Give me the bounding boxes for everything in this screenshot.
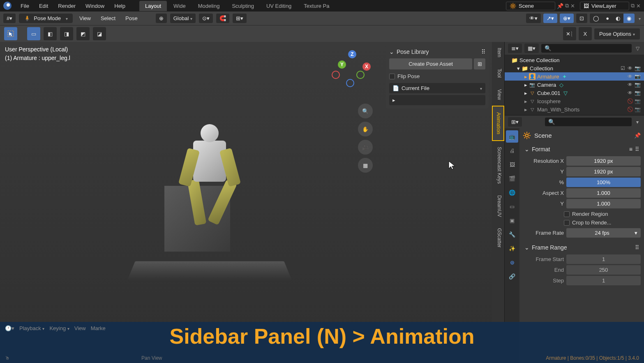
pan-icon[interactable]: ✋ bbox=[358, 122, 373, 136]
select-box-button[interactable]: ▭ bbox=[27, 27, 40, 40]
chevron-icon[interactable]: ▸ bbox=[524, 90, 527, 96]
axis-x-icon[interactable]: X bbox=[362, 62, 371, 71]
outliner-editor-icon[interactable]: ≣▾ bbox=[508, 44, 522, 53]
viewlayer-dropdown[interactable]: 🖼 ViewLayer bbox=[580, 2, 629, 10]
panel-options-icon[interactable]: ⠿ bbox=[635, 146, 639, 153]
camera-icon[interactable]: 📷 bbox=[634, 98, 641, 104]
xray-toggle[interactable]: ⊡ bbox=[576, 14, 587, 23]
3d-viewport[interactable]: User Perspective (Local) (1) Armature : … bbox=[0, 42, 492, 363]
select-tool-button[interactable] bbox=[4, 27, 17, 40]
camera-icon[interactable]: 📷 bbox=[634, 106, 641, 113]
tab-sculpting[interactable]: Sculpting bbox=[226, 1, 259, 11]
axis-z-icon[interactable]: Z bbox=[348, 50, 356, 58]
copy-icon[interactable]: ⧉ bbox=[565, 2, 569, 9]
outliner-item-camera[interactable]: ▸ 📷 Camera ◇ 👁 📷 bbox=[505, 81, 644, 89]
eye-icon[interactable]: 👁 bbox=[627, 90, 633, 96]
editor-type-icon[interactable]: #▾ bbox=[3, 14, 16, 23]
flip-pose-checkbox[interactable] bbox=[389, 74, 395, 79]
frame-end-field[interactable]: 250 bbox=[566, 265, 641, 275]
visibility-dropdown[interactable]: 👁▾ bbox=[526, 14, 541, 23]
sidebar-tab-dreamuv[interactable]: DreamUV bbox=[492, 190, 504, 223]
sidebar-tab-view[interactable]: View bbox=[492, 83, 504, 106]
frame-rate-dropdown[interactable]: 24 fps ▾ bbox=[566, 228, 641, 238]
timeline-menu-playback[interactable]: Playback ▾ bbox=[19, 325, 44, 331]
camera-icon[interactable]: 📷 bbox=[634, 81, 641, 88]
gizmo-toggle[interactable]: ↗▾ bbox=[543, 14, 557, 23]
sidebar-tab-screencast[interactable]: Screencast Keys bbox=[492, 141, 504, 190]
render-region-checkbox[interactable] bbox=[564, 211, 570, 217]
prop-tab-world[interactable]: 🌐 bbox=[506, 186, 518, 199]
shading-rendered[interactable]: ◉ bbox=[623, 14, 635, 23]
crop-checkbox[interactable] bbox=[564, 220, 570, 226]
sidebar-tab-gscatter[interactable]: GScatter bbox=[492, 222, 504, 253]
axis-neg-z-icon[interactable] bbox=[346, 79, 354, 87]
shading-solid[interactable]: ● bbox=[602, 14, 612, 23]
header-menu-view[interactable]: View bbox=[76, 14, 94, 23]
frame-start-field[interactable]: 1 bbox=[566, 254, 641, 264]
outliner-scene-collection[interactable]: 📁 Scene Collection bbox=[505, 56, 644, 64]
filter-icon[interactable]: ▽ bbox=[634, 45, 641, 52]
sidebar-tab-animation[interactable]: Animation bbox=[492, 106, 504, 141]
scene-dropdown[interactable]: 🔆 Scene bbox=[506, 2, 555, 10]
copy-icon[interactable]: ⧉ bbox=[631, 2, 635, 9]
timeline-editor-icon[interactable]: 🕐▾ bbox=[5, 325, 14, 331]
prop-tab-scene[interactable]: 🎬 bbox=[506, 172, 518, 185]
create-pose-extra-icon[interactable]: ⊞ bbox=[474, 58, 485, 69]
prop-tab-viewlayer[interactable]: 🖼 bbox=[506, 158, 518, 171]
chevron-icon[interactable]: ▸ bbox=[524, 98, 527, 104]
shading-matpreview[interactable]: ◐ bbox=[612, 14, 623, 23]
timeline-menu-view[interactable]: View bbox=[74, 325, 86, 331]
select-subtract-button[interactable]: ◨ bbox=[60, 27, 73, 40]
perspective-icon[interactable]: ▦ bbox=[358, 158, 373, 173]
select-extend-button[interactable]: ◧ bbox=[44, 27, 57, 40]
eye-closed-icon[interactable]: 🚫 bbox=[627, 106, 633, 113]
chevron-down-icon[interactable]: ⌄ bbox=[389, 49, 394, 55]
prop-tab-output[interactable]: 🖨 bbox=[506, 144, 518, 157]
resolution-y-field[interactable]: 1920 px bbox=[566, 167, 641, 176]
properties-search-input[interactable] bbox=[545, 118, 632, 126]
chevron-down-icon[interactable]: ⌄ bbox=[524, 146, 529, 153]
mirror-icon[interactable]: ✕⦚ bbox=[563, 27, 576, 40]
outliner-item-cube[interactable]: ▸ ▽ Cube.001 ▽ 👁 📷 bbox=[505, 89, 644, 97]
outliner-item-armature[interactable]: ▸ 👤 Armature ✦ 👁 📷 bbox=[505, 72, 644, 81]
pose-options-dropdown[interactable]: Pose Options bbox=[594, 28, 640, 39]
overlay-toggle[interactable]: ⊕▾ bbox=[560, 14, 574, 23]
camera-icon[interactable]: 🎥 bbox=[358, 140, 373, 155]
menu-window[interactable]: Window bbox=[81, 1, 108, 11]
chevron-icon[interactable]: ▸ bbox=[524, 82, 527, 88]
outliner-search-input[interactable] bbox=[541, 44, 632, 53]
presets-icon[interactable]: ≡ bbox=[629, 146, 632, 153]
aspect-y-field[interactable]: 1.000 bbox=[566, 199, 641, 208]
select-intersect-button[interactable]: ◩ bbox=[76, 27, 90, 40]
sidebar-tab-tool[interactable]: Tool bbox=[492, 63, 504, 83]
aspect-x-field[interactable]: 1.000 bbox=[566, 188, 641, 198]
panel-options-icon[interactable]: ⠿ bbox=[481, 49, 485, 55]
axis-neg-x-icon[interactable] bbox=[332, 71, 340, 79]
header-menu-pose[interactable]: Pose bbox=[122, 14, 141, 23]
prop-tab-object[interactable]: ▣ bbox=[506, 214, 518, 227]
chevron-down-icon[interactable]: ⌄ bbox=[524, 244, 529, 251]
prop-tab-constraints[interactable]: 🔗 bbox=[506, 270, 518, 282]
options-dropdown-icon[interactable]: ▾ bbox=[634, 119, 641, 125]
camera-icon[interactable]: 📷 bbox=[634, 90, 641, 96]
tab-modeling[interactable]: Modeling bbox=[192, 1, 226, 11]
shading-wireframe[interactable]: ◯ bbox=[590, 14, 602, 23]
checkbox-icon[interactable]: ☑ bbox=[619, 65, 626, 72]
tab-wide[interactable]: Wide bbox=[168, 1, 192, 11]
prop-tab-particles[interactable]: ✨ bbox=[506, 242, 518, 254]
prop-tab-physics[interactable]: ⊚ bbox=[506, 256, 518, 268]
orientation-dropdown[interactable]: Global bbox=[170, 14, 196, 23]
axis-y-icon[interactable]: Y bbox=[338, 60, 346, 69]
camera-icon[interactable]: 📷 bbox=[634, 73, 641, 80]
mode-dropdown[interactable]: 🧍 Pose Mode bbox=[19, 14, 73, 23]
eye-icon[interactable]: 👁 bbox=[627, 81, 633, 88]
panel-options-icon[interactable]: ⠿ bbox=[635, 244, 639, 251]
prop-tab-render[interactable]: 📺 bbox=[506, 130, 518, 143]
menu-help[interactable]: Help bbox=[110, 1, 129, 11]
pin-icon[interactable]: 📌 bbox=[557, 3, 563, 9]
axis-neg-y-icon[interactable] bbox=[356, 71, 365, 79]
tab-texture-paint[interactable]: Texture Pa bbox=[298, 1, 335, 11]
chevron-icon[interactable]: ▸ bbox=[524, 106, 527, 113]
eye-icon[interactable]: 👁 bbox=[627, 73, 633, 80]
properties-editor-icon[interactable]: ⊞▾ bbox=[508, 117, 522, 127]
